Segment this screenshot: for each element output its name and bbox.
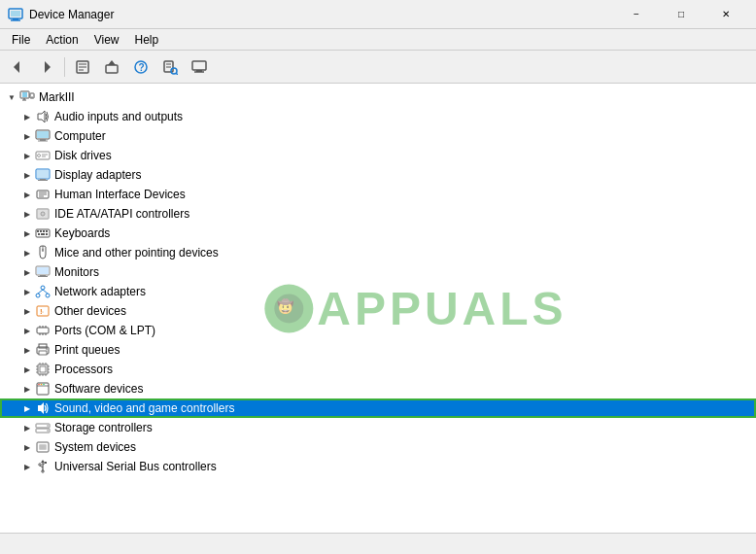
software-icon: [35, 381, 51, 397]
help-button[interactable]: ?: [127, 54, 155, 80]
monitor-button[interactable]: [186, 54, 213, 80]
svg-rect-56: [46, 233, 48, 235]
ports-label: Ports (COM & LPT): [54, 324, 155, 337]
svg-line-67: [43, 290, 48, 294]
processors-icon: [35, 362, 51, 377]
sound-label: Sound, video and game controllers: [54, 401, 234, 415]
forward-button[interactable]: [33, 54, 60, 80]
mice-icon: [35, 245, 51, 260]
svg-rect-80: [39, 351, 47, 355]
svg-rect-33: [36, 152, 50, 159]
svg-point-81: [46, 348, 48, 350]
print-label: Print queues: [54, 343, 120, 357]
svg-rect-68: [37, 306, 49, 316]
menu-action[interactable]: Action: [38, 31, 86, 49]
mice-label: Mice and other pointing devices: [54, 246, 219, 260]
hid-label: Human Interface Devices: [54, 188, 186, 201]
title-bar: Device Manager − □ ✕: [0, 0, 756, 29]
menu-view[interactable]: View: [86, 31, 127, 49]
svg-rect-52: [43, 230, 45, 232]
svg-point-105: [47, 430, 49, 432]
tree-view[interactable]: 🤠 APPUALS ▼ MarkIII: [0, 84, 756, 533]
tree-item-display[interactable]: ▶ Display adapters: [0, 165, 756, 185]
ide-icon: [35, 206, 51, 222]
menu-file[interactable]: File: [4, 31, 38, 49]
ports-icon: [35, 323, 51, 338]
svg-marker-4: [14, 61, 19, 73]
tree-root[interactable]: ▼ MarkIII: [0, 87, 756, 107]
tree-item-network[interactable]: ▶ Network adapters: [0, 282, 756, 301]
svg-point-34: [38, 155, 41, 157]
tree-item-processors[interactable]: ▶ Proces: [0, 360, 756, 379]
tree-item-hid[interactable]: ▶ Human Interface Devices: [0, 185, 756, 204]
system-icon: [35, 439, 51, 455]
tree-item-usb[interactable]: ▶ Universal Serial Bus controllers: [0, 457, 756, 476]
keyboard-expand-icon: ▶: [19, 225, 35, 241]
print-icon: [35, 342, 51, 358]
toolbar: ?: [0, 51, 756, 84]
toolbar-sep-1: [64, 57, 65, 77]
svg-rect-19: [192, 61, 206, 70]
maximize-button[interactable]: □: [659, 0, 704, 29]
svg-point-118: [39, 464, 41, 466]
svg-rect-51: [40, 230, 42, 232]
svg-point-64: [36, 294, 40, 297]
tree-item-print[interactable]: ▶ Print queues: [0, 340, 756, 360]
svg-rect-71: [37, 328, 49, 333]
svg-rect-83: [40, 366, 46, 372]
close-button[interactable]: ✕: [704, 0, 748, 29]
svg-rect-55: [41, 233, 45, 235]
other-icon: !: [35, 303, 51, 319]
software-label: Software devices: [54, 382, 143, 396]
tree-item-other[interactable]: ▶ ! Other devices: [0, 301, 756, 321]
tree-item-ide[interactable]: ▶ IDE ATA/ATAPI controllers: [0, 204, 756, 224]
minimize-button[interactable]: −: [614, 0, 659, 29]
status-bar: [0, 533, 756, 554]
tree-item-audio[interactable]: ▶ Audio inputs and outputs: [0, 107, 756, 126]
computer-expand-icon: ▶: [19, 128, 35, 144]
ports-expand-icon: ▶: [19, 323, 35, 338]
svg-rect-38: [37, 170, 49, 178]
svg-marker-114: [41, 460, 45, 463]
other-expand-icon: ▶: [19, 303, 35, 319]
svg-point-100: [43, 384, 45, 386]
svg-marker-5: [45, 61, 51, 73]
svg-line-18: [176, 73, 178, 75]
svg-point-99: [41, 384, 43, 386]
hid-icon: [35, 187, 51, 202]
tree-item-disk[interactable]: ▶ Disk drives: [0, 146, 756, 165]
monitors-expand-icon: ▶: [19, 264, 35, 280]
properties-button[interactable]: [69, 54, 96, 80]
tree-item-keyboard[interactable]: ▶ Keyboards: [0, 224, 756, 243]
print-expand-icon: ▶: [19, 342, 35, 358]
menu-bar: File Action View Help: [0, 29, 756, 51]
tree-item-monitors[interactable]: ▶ Monitors: [0, 262, 756, 282]
tree-item-system[interactable]: ▶ System devices: [0, 437, 756, 457]
tree-item-storage[interactable]: ▶ Storage controllers: [0, 418, 756, 437]
svg-marker-28: [38, 111, 45, 122]
back-button[interactable]: [4, 54, 31, 80]
system-label: System devices: [54, 440, 136, 454]
update-driver-button[interactable]: [98, 54, 125, 80]
svg-marker-101: [38, 402, 44, 414]
tree-item-computer[interactable]: ▶ Computer: [0, 126, 756, 146]
menu-help[interactable]: Help: [127, 31, 167, 49]
system-expand-icon: ▶: [19, 439, 35, 455]
software-expand-icon: ▶: [19, 381, 35, 397]
svg-point-98: [38, 384, 40, 386]
hid-expand-icon: ▶: [19, 187, 35, 202]
disk-expand-icon: ▶: [19, 148, 35, 163]
mice-expand-icon: ▶: [19, 245, 35, 260]
tree-item-sound[interactable]: ▶ Sound, video and game controllers: [0, 398, 756, 418]
root-label: MarkIII: [39, 90, 75, 104]
audio-label: Audio inputs and outputs: [54, 110, 183, 123]
svg-marker-11: [108, 60, 116, 65]
tree-item-mice[interactable]: ▶ Mice and other pointing devices: [0, 243, 756, 262]
scan-button[interactable]: [156, 54, 184, 80]
tree-item-software[interactable]: ▶ Software devices: [0, 379, 756, 398]
ide-expand-icon: ▶: [19, 206, 35, 222]
display-expand-icon: ▶: [19, 167, 35, 183]
tree-item-ports[interactable]: ▶ Ports (COM & LPT): [0, 321, 756, 340]
processors-label: Processors: [54, 363, 113, 376]
svg-point-48: [43, 214, 44, 215]
